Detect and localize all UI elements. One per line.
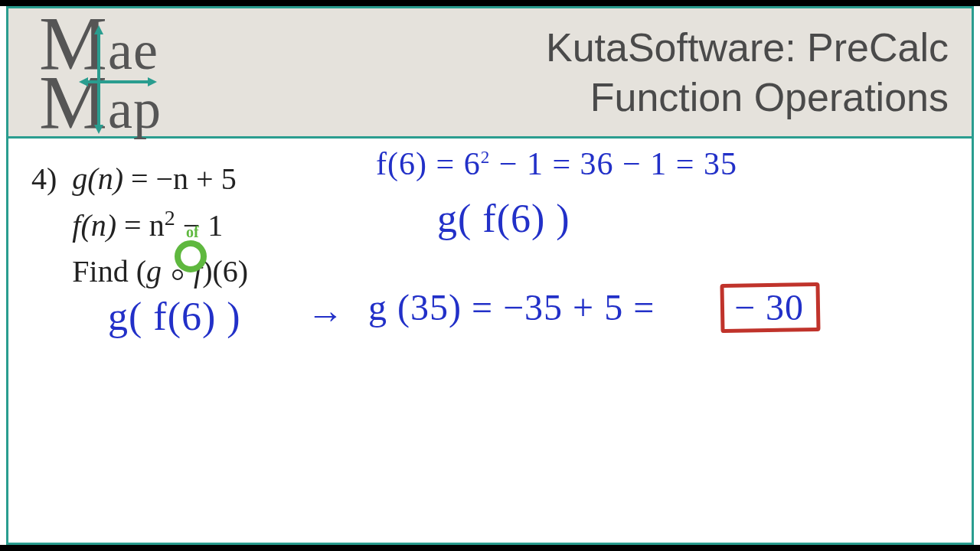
- work-g35: g (35) = −35 + 5 =: [368, 286, 655, 328]
- slide-header: Mae Map KutaSoftware: PreCalc Function O…: [8, 8, 972, 139]
- work-gf6-top: g( f(6) ): [437, 196, 570, 241]
- work-f6: f(6) = 62 − 1 = 36 − 1 = 35: [376, 145, 737, 182]
- of-annotation: of: [186, 223, 199, 241]
- f-def: f(n) = n2 − 1: [72, 208, 223, 243]
- problem-number: 4): [31, 161, 57, 196]
- problem-statement: 4) g(n) = −n + 5 4) f(n) = n2 − 1 4) Fin…: [31, 156, 248, 295]
- title-line1: KutaSoftware: PreCalc: [546, 23, 949, 73]
- logo-ap: ap: [108, 79, 162, 140]
- g-def: g(n) = −n + 5: [72, 161, 236, 196]
- letterbox-bottom: [0, 545, 980, 551]
- logo-line2: Map: [39, 66, 162, 139]
- green-circle-annotation: [175, 240, 207, 272]
- compose-icon: [172, 269, 183, 280]
- find-line: Find (g f)(6): [72, 254, 248, 289]
- letterbox-top: [0, 0, 980, 6]
- slide-content: 4) g(n) = −n + 5 4) f(n) = n2 − 1 4) Fin…: [8, 141, 972, 543]
- logo: Mae Map: [39, 7, 162, 139]
- title-line2: Function Operations: [546, 73, 949, 122]
- logo-m2: M: [39, 66, 108, 139]
- arrow-icon: →: [307, 294, 344, 336]
- answer-box: [720, 282, 820, 333]
- slide-title: KutaSoftware: PreCalc Function Operation…: [546, 23, 949, 122]
- work-gf6-left: g( f(6) ): [108, 294, 241, 339]
